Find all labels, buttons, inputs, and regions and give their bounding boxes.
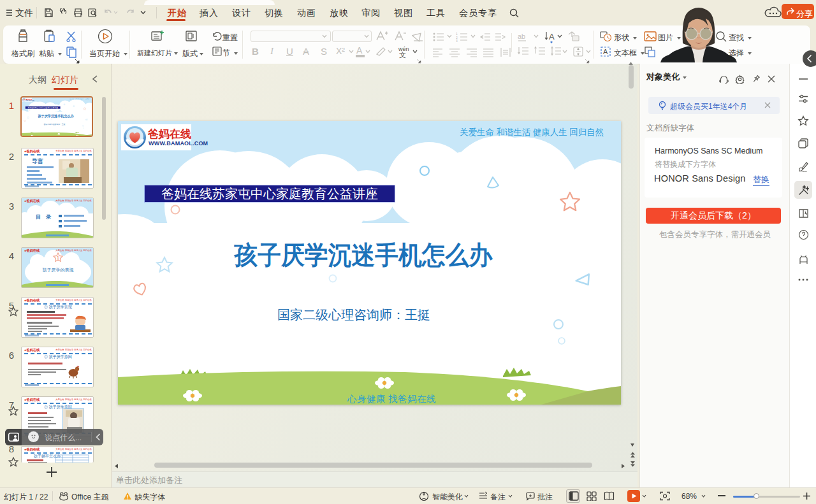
- svg-text:3: 3: [456, 39, 458, 42]
- svg-text:A: A: [603, 48, 608, 55]
- svg-text:ab: ab: [518, 32, 525, 40]
- svg-text:1: 1: [57, 256, 59, 260]
- svg-text:文: 文: [399, 51, 406, 59]
- svg-text:A: A: [549, 32, 555, 41]
